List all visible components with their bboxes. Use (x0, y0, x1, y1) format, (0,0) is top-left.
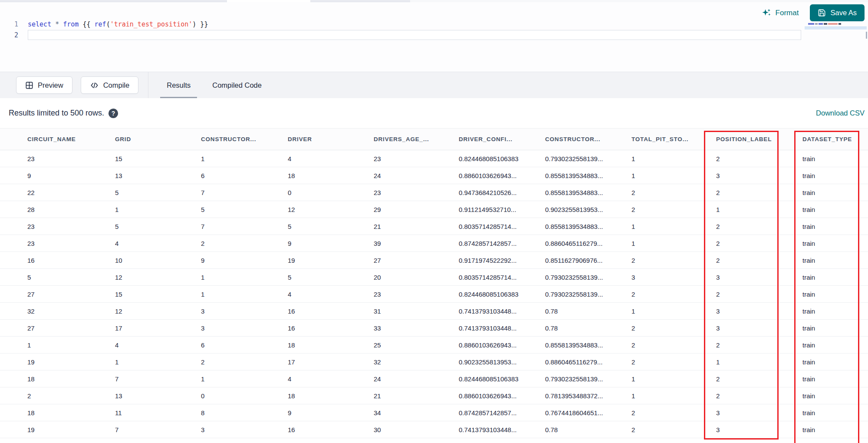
table-cell: 22 (0, 184, 115, 201)
table-cell: train (802, 421, 868, 438)
table-cell: 1 (716, 354, 802, 370)
table-cell: 1 (201, 370, 288, 387)
table-cell: 3 (716, 320, 802, 337)
table-cell: 0.8511627906976... (545, 252, 631, 269)
table-cell: 0.7413793103448... (459, 421, 545, 438)
results-info-bar: Results limited to 500 rows. ? Download … (0, 98, 868, 128)
line-number: 2 (0, 31, 18, 39)
editor-scrollbar[interactable] (866, 32, 867, 39)
table-cell: 3 (716, 303, 802, 320)
table-cell: 0.78 (545, 303, 631, 320)
editor-line-2[interactable]: 2 (0, 30, 804, 40)
code-line-2 (28, 30, 801, 40)
table-cell: 0.9112149532710... (459, 201, 545, 218)
sparkles-icon (762, 8, 772, 18)
table-cell: train (802, 201, 868, 218)
table-cell: train (802, 286, 868, 303)
table-row: 1610919270.9171974522292...0.85116279069… (0, 252, 868, 269)
table-cell: 1 (631, 150, 716, 167)
table-cell: 0.8558139534883... (545, 218, 631, 235)
dbt-ide-window: Format Save As 1 select * from {{ ref('t… (0, 0, 868, 443)
table-cell: 1 (0, 337, 115, 354)
column-header: CONSTRUCTOR... (545, 129, 631, 150)
editor-minimap[interactable] (805, 20, 868, 64)
format-button[interactable]: Format (762, 8, 799, 18)
table-cell: 4 (288, 150, 374, 167)
table-icon (25, 81, 33, 89)
table-cell: train (802, 184, 868, 201)
table-cell: 0.9023255813953... (545, 201, 631, 218)
table-cell: 4 (115, 337, 201, 354)
table-cell: 1 (631, 303, 716, 320)
table-cell: 0.8742857142857... (459, 404, 545, 421)
save-as-button[interactable]: Save As (810, 4, 865, 21)
editor-line-1[interactable]: 1 select * from {{ ref('train_test_posit… (0, 19, 804, 30)
table-cell: 16 (288, 320, 374, 337)
table-row: 213018210.8860103626943...0.781395348837… (0, 387, 868, 404)
column-header: CIRCUIT_NAME (0, 129, 115, 150)
table-cell: 34 (374, 404, 459, 421)
table-row: 913618240.8860103626943...0.855813953488… (0, 167, 868, 184)
table-cell: 21 (374, 387, 459, 404)
save-icon (818, 9, 826, 17)
table-cell: 5 (115, 184, 201, 201)
table-cell: 7 (115, 421, 201, 438)
table-cell: 0.824468085106383 (459, 286, 545, 303)
compile-button[interactable]: Compile (81, 76, 139, 94)
table-cell: 0.78 (545, 320, 631, 337)
tab-compiled-code[interactable]: Compiled Code (201, 72, 273, 98)
table-cell: 0.8558139534883... (545, 184, 631, 201)
table-cell: 2 (631, 320, 716, 337)
table-cell: 7 (201, 218, 288, 235)
table-cell: 3 (716, 404, 802, 421)
table-cell: 3 (716, 167, 802, 184)
download-csv-link[interactable]: Download CSV (816, 98, 865, 128)
table-cell: 2 (631, 252, 716, 269)
toolbar-divider (148, 72, 148, 99)
table-cell: 9 (288, 404, 374, 421)
table-cell: 18 (288, 167, 374, 184)
table-cell: 0.8035714285714... (459, 218, 545, 235)
table-cell: 13 (115, 167, 201, 184)
table-cell: 10 (115, 252, 201, 269)
line-number: 1 (0, 20, 18, 28)
table-cell: 5 (115, 218, 201, 235)
table-cell: 2 (716, 235, 802, 252)
code-line-1: select * from {{ ref('train_test_positio… (28, 20, 804, 28)
column-header: DRIVER_CONFI... (459, 129, 545, 150)
table-cell: 4 (288, 370, 374, 387)
table-cell: 9 (288, 235, 374, 252)
table-cell: 5 (0, 269, 115, 286)
table-cell: 1 (201, 286, 288, 303)
table-cell: 2 (716, 370, 802, 387)
table-cell: train (802, 218, 868, 235)
table-cell: 12 (115, 303, 201, 320)
table-cell: train (802, 235, 868, 252)
table-cell: train (802, 387, 868, 404)
table-cell: 18 (0, 404, 115, 421)
preview-button[interactable]: Preview (16, 76, 72, 94)
table-cell: 23 (374, 286, 459, 303)
table-row: 18714240.8244680851063830.7930232558139.… (0, 370, 868, 387)
table-cell: 0.7930232558139... (545, 286, 631, 303)
table-cell: 9 (201, 252, 288, 269)
row-limit-text: Results limited to 500 rows. (9, 109, 104, 118)
tab-results[interactable]: Results (156, 72, 201, 98)
sql-editor[interactable]: Format Save As 1 select * from {{ ref('t… (0, 2, 868, 72)
table-cell: 2 (201, 354, 288, 370)
table-cell: 5 (288, 269, 374, 286)
help-icon[interactable]: ? (108, 109, 118, 118)
column-header: TOTAL_PIT_STO... (631, 129, 716, 150)
table-cell: 3 (716, 269, 802, 286)
table-row: 3212316310.7413793103448...0.7813train (0, 303, 868, 320)
table-row: 197316300.7413793103448...0.7823train (0, 421, 868, 438)
table-cell: 19 (0, 354, 115, 370)
table-row: 2717316330.7413793103448...0.7823train (0, 320, 868, 337)
table-cell: 17 (115, 320, 201, 337)
table-cell: 3 (631, 269, 716, 286)
table-cell: 0 (201, 387, 288, 404)
column-header: DATASET_TYPE (802, 129, 868, 150)
results-table: CIRCUIT_NAMEGRIDCONSTRUCTOR...DRIVERDRIV… (0, 128, 868, 438)
table-cell: 1 (716, 201, 802, 218)
table-cell: 1 (631, 167, 716, 184)
